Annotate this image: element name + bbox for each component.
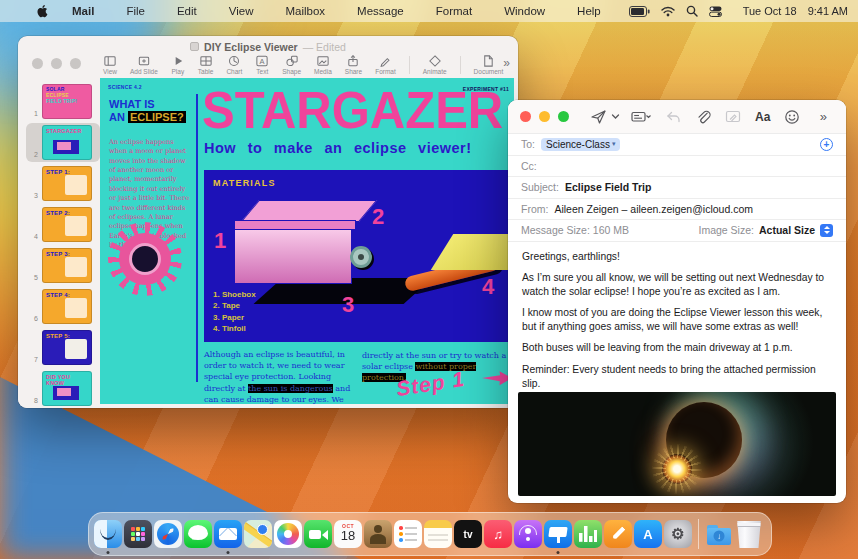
to-row[interactable]: To: Science-Class▾ + bbox=[508, 134, 846, 156]
slide-thumbnail-3[interactable]: 3STEP 1: bbox=[26, 164, 100, 203]
toolbar-button-play[interactable]: Play bbox=[171, 54, 185, 75]
zoom-button[interactable] bbox=[558, 111, 569, 122]
dock-app-photos[interactable] bbox=[274, 520, 302, 548]
dock-app-reminders[interactable] bbox=[394, 520, 422, 548]
wifi-icon[interactable] bbox=[661, 6, 675, 17]
toolbar-button-label: Document bbox=[474, 68, 504, 75]
slide-thumbnail-6[interactable]: 6STEP 4: bbox=[26, 287, 100, 326]
keynote-titlebar[interactable]: DIY Eclipse Viewer — Edited bbox=[18, 36, 518, 52]
format-text-icon[interactable]: Aa bbox=[755, 110, 770, 124]
podcasts-icon bbox=[514, 520, 542, 548]
slide-thumbnail-1[interactable]: 1SOLARECLIPSEFIELD TRIP! bbox=[26, 82, 100, 121]
dock-app-music[interactable]: ♫ bbox=[484, 520, 512, 548]
menu-window[interactable]: Window bbox=[504, 5, 545, 17]
sun-illustration bbox=[116, 230, 174, 288]
toolbar-overflow-button[interactable]: » bbox=[503, 56, 510, 70]
from-row[interactable]: From: Aileen Zeigen – aileen.zeigen@iclo… bbox=[508, 199, 846, 221]
dock-app-podcasts[interactable] bbox=[514, 520, 542, 548]
toolbar-button-format[interactable]: Format bbox=[375, 54, 396, 75]
close-button[interactable] bbox=[32, 58, 43, 69]
menu-mail[interactable]: Mail bbox=[72, 5, 94, 17]
appstore-icon: A bbox=[634, 520, 662, 548]
toolbar-button-chart[interactable]: Chart bbox=[226, 54, 242, 75]
menu-mailbox[interactable]: Mailbox bbox=[285, 5, 325, 17]
menu-bar-time[interactable]: 9:41 AM bbox=[808, 5, 848, 17]
eclipse-photo-attachment[interactable] bbox=[518, 392, 836, 496]
calendar-day: 18 bbox=[334, 529, 362, 542]
image-size-control[interactable]: Image Size: Actual Size bbox=[699, 224, 833, 237]
toolbar-button-label: Table bbox=[198, 68, 214, 75]
keynote-toolbar-buttons: ViewAdd SlidePlayTableChartATextShapeMed… bbox=[103, 54, 503, 75]
slide-number: 1 bbox=[26, 110, 38, 119]
dock-app-safari[interactable] bbox=[154, 520, 182, 548]
tinfoil-illustration bbox=[431, 234, 514, 270]
cc-row[interactable]: Cc: bbox=[508, 156, 846, 178]
minimize-button[interactable] bbox=[539, 111, 550, 122]
callout-number-2: 2 bbox=[372, 204, 384, 230]
emoji-icon[interactable] bbox=[784, 109, 800, 125]
dock-app-pages[interactable] bbox=[604, 520, 632, 548]
slide-thumbnail-4[interactable]: 4STEP 2: bbox=[26, 205, 100, 244]
toolbar-button-text[interactable]: AText bbox=[255, 54, 269, 75]
slide-canvas[interactable]: SCIENCE 4.2 EXPERIMENT #11 WHAT IS AN EC… bbox=[100, 78, 514, 404]
menu-message[interactable]: Message bbox=[357, 5, 404, 17]
dock-app-finder[interactable] bbox=[94, 520, 122, 548]
dock-app-downloads[interactable]: ↓ bbox=[705, 520, 733, 548]
minimize-button[interactable] bbox=[51, 58, 62, 69]
dock-app-launchpad[interactable] bbox=[124, 520, 152, 548]
dock-app-keynote[interactable] bbox=[544, 520, 572, 548]
dock-app-numbers[interactable] bbox=[574, 520, 602, 548]
toolbar-button-shape[interactable]: Shape bbox=[282, 54, 301, 75]
add-recipient-button[interactable]: + bbox=[820, 138, 833, 151]
dock-app-calendar[interactable]: OCT18 bbox=[334, 520, 362, 548]
menu-edit[interactable]: Edit bbox=[177, 5, 197, 17]
toolbar-button-animate[interactable]: Animate bbox=[423, 54, 447, 75]
attach-icon[interactable] bbox=[695, 109, 711, 125]
keynote-content: 1SOLARECLIPSEFIELD TRIP!2STARGAZER3STEP … bbox=[18, 78, 518, 408]
dock-app-contacts[interactable] bbox=[364, 520, 392, 548]
toolbar-button-share[interactable]: Share bbox=[345, 54, 362, 75]
image-size-value: Actual Size bbox=[759, 224, 815, 236]
dock-app-tv[interactable]: tv bbox=[454, 520, 482, 548]
control-center-icon[interactable] bbox=[709, 6, 722, 17]
spotlight-icon[interactable] bbox=[686, 5, 698, 17]
menu-view[interactable]: View bbox=[229, 5, 254, 17]
dock-app-mail[interactable] bbox=[214, 520, 242, 548]
slide-thumbnail-7[interactable]: 7STEP 5: bbox=[26, 328, 100, 367]
mail-traffic-lights bbox=[520, 111, 569, 122]
mail-toolbar[interactable]: Aa» bbox=[508, 100, 846, 134]
dock-app-appstore[interactable]: A bbox=[634, 520, 662, 548]
header-fields-icon[interactable] bbox=[631, 109, 651, 124]
dock-app-maps[interactable] bbox=[244, 520, 272, 548]
dock-app-trash[interactable] bbox=[735, 520, 763, 548]
safety-paragraph: Although an eclipse is beautiful, in ord… bbox=[204, 349, 357, 404]
messages-icon bbox=[184, 520, 212, 548]
toolbar-button-document[interactable]: Document bbox=[474, 54, 504, 75]
toolbar-button-add-slide[interactable]: Add Slide bbox=[130, 54, 158, 75]
recipient-token[interactable]: Science-Class▾ bbox=[541, 138, 620, 151]
thumbnail-label: FIELD TRIP! bbox=[46, 99, 88, 105]
slide-thumbnail-2[interactable]: 2STARGAZER bbox=[26, 123, 100, 162]
menu-format[interactable]: Format bbox=[436, 5, 472, 17]
menu-help[interactable]: Help bbox=[577, 5, 601, 17]
zoom-button[interactable] bbox=[70, 58, 81, 69]
dock-app-facetime[interactable] bbox=[304, 520, 332, 548]
dock-app-notes[interactable] bbox=[424, 520, 452, 548]
dock-app-messages[interactable] bbox=[184, 520, 212, 548]
chevron-down-icon[interactable] bbox=[611, 112, 620, 121]
close-button[interactable] bbox=[520, 111, 531, 122]
apple-menu-icon[interactable] bbox=[36, 4, 48, 18]
menu-file[interactable]: File bbox=[126, 5, 145, 17]
subject-row[interactable]: Subject: Eclipse Field Trip bbox=[508, 177, 846, 199]
slide-thumbnail-5[interactable]: 5STEP 3: bbox=[26, 246, 100, 285]
slide-thumbnail-8[interactable]: 8DID YOU KNOW bbox=[26, 369, 100, 408]
toolbar-button-view[interactable]: View bbox=[103, 54, 117, 75]
toolbar-button-table[interactable]: Table bbox=[198, 54, 214, 75]
send-icon[interactable] bbox=[590, 108, 607, 125]
overflow-icon[interactable]: » bbox=[820, 109, 827, 124]
battery-icon[interactable] bbox=[629, 6, 650, 17]
image-size-stepper-icon[interactable] bbox=[820, 224, 833, 237]
menu-bar-date[interactable]: Tue Oct 18 bbox=[743, 5, 797, 17]
dock-app-settings[interactable]: ⚙ bbox=[664, 520, 692, 548]
toolbar-button-media[interactable]: Media bbox=[314, 54, 332, 75]
